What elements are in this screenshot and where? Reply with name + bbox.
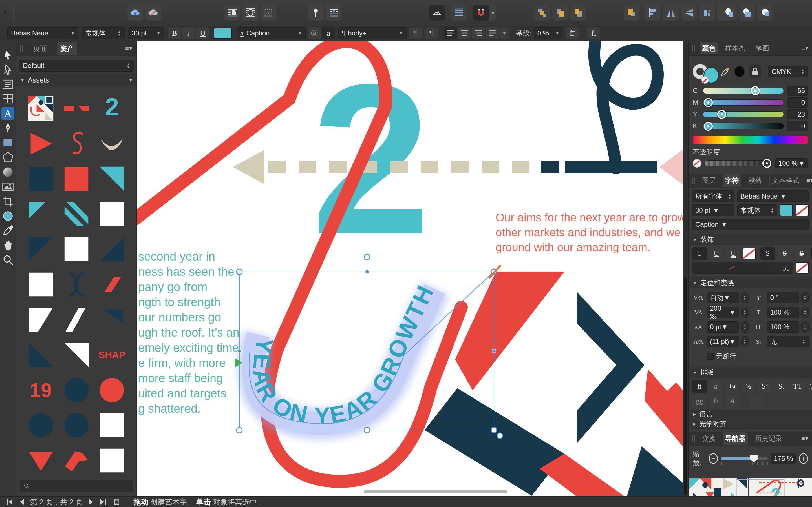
opacity-slider[interactable] xyxy=(705,160,772,166)
flip-horizontal-button[interactable] xyxy=(663,5,679,20)
asset-circle[interactable] xyxy=(62,411,91,439)
left-text-column[interactable]: second year inness has seen thepany go f… xyxy=(138,219,239,447)
boolean-add-button[interactable] xyxy=(721,5,737,20)
zoom-out-button[interactable]: − xyxy=(709,453,718,464)
underline-button[interactable]: U xyxy=(196,27,209,39)
yellow-value[interactable]: 23 xyxy=(787,109,808,119)
horizontal-scrollbar[interactable] xyxy=(364,490,507,494)
tab-layers[interactable]: 图层 xyxy=(700,174,718,187)
fill-swatch[interactable] xyxy=(780,205,793,216)
line-style-select[interactable]: 无 xyxy=(692,262,793,274)
strike-double-button[interactable]: S xyxy=(794,247,809,260)
swash-button[interactable]: A xyxy=(725,395,740,407)
asset-shape[interactable] xyxy=(27,305,55,334)
decorations-header[interactable]: ▼装饰 xyxy=(689,234,812,245)
stepper[interactable]: ▲▼ xyxy=(741,292,749,303)
font-weight-select[interactable]: 常规体▲▼ xyxy=(737,205,777,216)
asset-circle[interactable] xyxy=(27,411,55,439)
asset-square[interactable] xyxy=(98,200,126,228)
font-size-select[interactable]: 30 pt▼ xyxy=(692,205,734,216)
asset-stripe[interactable] xyxy=(62,305,91,334)
boolean-subtract-button[interactable] xyxy=(739,5,755,20)
shear-input[interactable]: 0 ° xyxy=(767,292,799,303)
tab-color[interactable]: 颜色 xyxy=(700,42,718,54)
cloud-offline-button[interactable] xyxy=(146,5,161,20)
underline-double-button[interactable]: U xyxy=(726,247,741,260)
baseline-grid-button[interactable] xyxy=(451,5,467,20)
tab-transform[interactable]: 变换 xyxy=(700,432,718,445)
asset-square[interactable] xyxy=(27,270,55,298)
slider-handle[interactable] xyxy=(704,98,713,107)
move-to-back-button[interactable] xyxy=(534,5,550,20)
cyan-slider[interactable] xyxy=(703,88,784,94)
font-scope-select[interactable]: 所有字体▲▼ xyxy=(692,190,734,202)
text-wrap-tight-button[interactable] xyxy=(224,5,240,20)
asset-circle[interactable] xyxy=(62,376,91,404)
tab-assets[interactable]: 资产 xyxy=(57,42,77,55)
typography-header[interactable]: ▼排版 xyxy=(689,367,812,378)
asset-shape-text[interactable]: SHAP xyxy=(98,341,126,369)
asset-shape[interactable] xyxy=(62,446,91,474)
align-center-button[interactable] xyxy=(458,27,471,39)
asset-collage[interactable] xyxy=(27,94,55,122)
char-style-apply-button[interactable]: a xyxy=(322,27,335,39)
opacity-value[interactable]: 100 %▼ xyxy=(775,158,808,168)
stepper[interactable]: ▲▼ xyxy=(801,292,809,303)
character-style-select[interactable]: aCaption▼ xyxy=(237,27,306,39)
asset-crescent[interactable] xyxy=(98,129,126,158)
asset-square[interactable] xyxy=(98,411,126,439)
alignment-button[interactable] xyxy=(645,5,660,20)
text-wrap-ellipse-button[interactable] xyxy=(243,5,258,20)
s-select[interactable]: 无▲▼ xyxy=(767,336,809,347)
cloud-sync-button[interactable] xyxy=(128,5,143,20)
align-justify-button[interactable] xyxy=(486,27,499,39)
rotate-ccw-button[interactable] xyxy=(699,5,715,20)
asset-triangle[interactable] xyxy=(98,235,126,263)
asset-numeral-2[interactable]: 2 xyxy=(98,94,126,122)
app-icon-designer[interactable] xyxy=(20,11,22,14)
italic-button[interactable]: I xyxy=(182,27,195,39)
align-left-button[interactable] xyxy=(444,27,457,39)
boolean-intersect-button[interactable] xyxy=(757,5,773,20)
reset-formatting-button[interactable] xyxy=(566,27,579,39)
tab-navigator[interactable]: 导航器 xyxy=(723,432,748,445)
asset-triangle[interactable] xyxy=(98,305,126,334)
stepper[interactable]: ▲▼ xyxy=(801,307,809,318)
asset-square[interactable] xyxy=(27,165,55,193)
flip-vertical-button[interactable] xyxy=(681,5,697,20)
selection-handle[interactable] xyxy=(497,433,503,439)
tab-history[interactable]: 历史记录 xyxy=(753,432,784,445)
slider-handle[interactable] xyxy=(717,110,726,119)
dashed-arrow-head[interactable] xyxy=(233,150,264,184)
bold-button[interactable]: B xyxy=(168,27,181,39)
asset-category-select[interactable]: Default▲▼ xyxy=(19,60,134,71)
last-page-button[interactable] xyxy=(99,498,107,506)
black-value[interactable]: 0 xyxy=(787,121,808,131)
asset-search-input[interactable] xyxy=(20,480,133,492)
v-scale-input[interactable]: 100 % xyxy=(767,321,799,333)
right-text-paragraph[interactable]: Our aims for the next year are to grow e… xyxy=(496,210,682,255)
cyan-value[interactable]: 65 xyxy=(787,86,808,96)
vertical-scrollbar[interactable] xyxy=(684,278,687,495)
document-canvas[interactable]: 2 YEAR ON YEAR GROWTH xyxy=(137,41,682,496)
asset-curve[interactable] xyxy=(62,129,91,158)
tab-paragraph[interactable]: 段落 xyxy=(746,174,764,187)
forward-one-button[interactable] xyxy=(570,5,586,20)
panel-menu-icon[interactable]: ≡▾ xyxy=(125,45,133,52)
navy-loop-shape[interactable] xyxy=(594,41,658,168)
previous-page-button[interactable] xyxy=(18,498,26,506)
optical-alignment-header[interactable]: ▶光学对齐 xyxy=(689,419,812,429)
black-slider[interactable] xyxy=(703,123,784,129)
fractions-button[interactable]: ½ xyxy=(741,380,756,393)
discretionary-ligatures-button[interactable]: fi xyxy=(709,395,723,407)
selection-handle[interactable] xyxy=(364,427,370,433)
asset-stripes[interactable] xyxy=(62,200,91,228)
asset-triangle[interactable] xyxy=(27,341,55,369)
zoom-value[interactable]: 175 % xyxy=(771,453,795,464)
selection-handle[interactable] xyxy=(492,349,496,353)
assets-section-header[interactable]: ▼ Assets ≡▾ xyxy=(16,74,137,86)
text-style-select[interactable]: Caption▼ xyxy=(692,219,809,230)
alt-glyphs-button[interactable]: gg xyxy=(692,395,707,407)
superscript-button[interactable]: S’ xyxy=(758,380,772,393)
ligatures-button[interactable]: fi xyxy=(692,380,707,393)
